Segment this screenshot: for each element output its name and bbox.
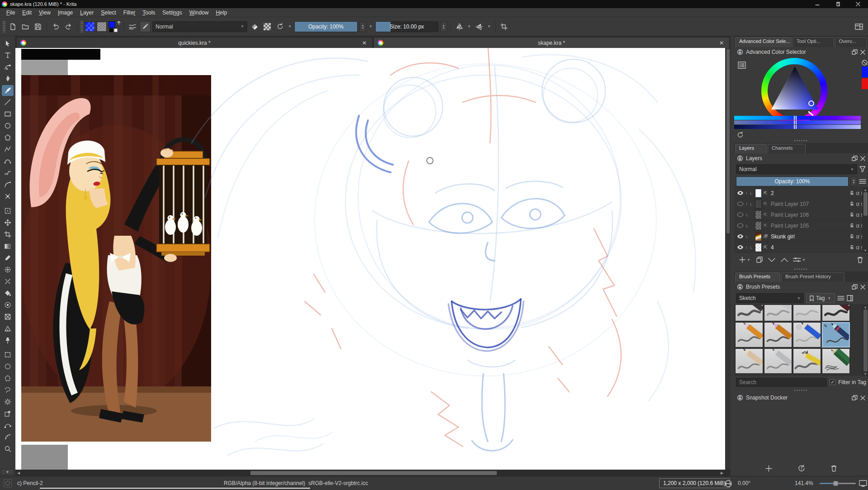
scroll-handle[interactable] (250, 471, 497, 475)
brush-preset[interactable] (822, 304, 850, 321)
alpha-lock-icon[interactable]: α (856, 211, 859, 218)
close-docker-icon[interactable] (860, 50, 865, 55)
menu-edit[interactable]: Edit (19, 9, 35, 17)
maximize-button[interactable] (827, 0, 848, 8)
filter-layers-icon[interactable] (859, 166, 866, 173)
layer-lock-icon[interactable] (849, 245, 854, 250)
tool-colorize-mask[interactable] (2, 276, 14, 287)
layer-lock-icon[interactable] (849, 190, 854, 195)
toolbar-grip[interactable] (3, 21, 5, 33)
layer-row[interactable]: I L ⇱ 2 α (734, 188, 868, 199)
layer-row[interactable]: L ⇱ Paint Layer 106 α (734, 209, 868, 220)
canvas-angle-value[interactable]: 0.00° (738, 480, 750, 486)
workspace-chooser-button[interactable] (854, 21, 864, 32)
tab-tool-options[interactable]: Tool Opti... (793, 37, 834, 47)
layer-lock-icon[interactable] (849, 223, 854, 228)
layer-lock-icon[interactable] (849, 201, 854, 206)
brush-grid-scrollbar[interactable]: ▲▼ (862, 305, 868, 376)
move-layer-up-button[interactable] (780, 257, 788, 262)
mirror-horizontal-dropdown[interactable]: ▼ (467, 24, 472, 29)
redo-button[interactable] (63, 21, 74, 32)
foreground-background-color-widget[interactable] (108, 21, 120, 32)
no-color-icon[interactable] (862, 60, 868, 66)
docker-drag-handle[interactable]: •••••• (734, 138, 868, 143)
close-docker-icon[interactable] (860, 156, 865, 161)
preserve-alpha-button[interactable] (262, 21, 273, 32)
triangle-selector-handle[interactable] (808, 100, 814, 106)
lock-docker-icon[interactable] (737, 284, 743, 290)
menu-image[interactable]: Image (54, 9, 76, 17)
brush-preset[interactable] (793, 304, 821, 321)
menu-help[interactable]: Help (212, 9, 231, 17)
tool-contiguous-selection[interactable] (2, 408, 14, 419)
docker-splitter[interactable] (731, 36, 734, 476)
tab-channels[interactable]: Channels (768, 144, 806, 153)
tool-rectangle[interactable] (2, 109, 14, 119)
tool-similar-color-selection[interactable] (2, 396, 14, 407)
brush-preset[interactable] (793, 322, 821, 347)
display-mode-icon[interactable] (847, 295, 853, 301)
zoom-slider-handle[interactable] (833, 481, 838, 486)
reload-preset-button[interactable] (274, 21, 285, 32)
recent-color-red[interactable] (862, 78, 868, 89)
brush-tag-filter-select[interactable]: Sketch▼ (736, 293, 804, 303)
close-docker-icon[interactable] (860, 395, 865, 400)
tool-measure[interactable] (2, 323, 14, 334)
float-docker-icon[interactable] (852, 156, 858, 161)
tool-ellipse[interactable] (2, 120, 14, 131)
tool-elliptical-selection[interactable] (2, 361, 14, 372)
new-document-button[interactable] (7, 21, 18, 32)
brush-preset[interactable] (735, 348, 763, 374)
duplicate-layer-button[interactable] (756, 256, 763, 263)
opacity-slider[interactable]: Opacity: 100% (294, 21, 358, 32)
alpha-lock-icon[interactable]: α (856, 190, 859, 196)
tab-layers[interactable]: Layers (735, 144, 767, 153)
float-docker-icon[interactable] (852, 395, 858, 400)
mirror-horizontal-button[interactable] (454, 21, 465, 32)
layer-opacity-slider[interactable]: Opacity: 100% (736, 176, 849, 186)
tool-calligraphy[interactable] (2, 73, 14, 84)
saturation-slider[interactable] (734, 120, 861, 124)
hue-slider[interactable] (734, 116, 861, 120)
tool-gradient[interactable] (2, 241, 14, 252)
reload-dropdown-arrow[interactable]: ▼ (287, 24, 292, 29)
value-slider[interactable] (734, 125, 861, 129)
brush-preset[interactable] (822, 348, 850, 374)
tool-polygon[interactable] (2, 132, 14, 143)
move-layer-down-button[interactable] (768, 257, 776, 262)
tool-smart-patch[interactable] (2, 264, 14, 275)
file-layer-icon[interactable]: 🗗 (764, 234, 769, 239)
alpha-lock-icon[interactable]: α (856, 200, 859, 207)
selector-settings-icon[interactable] (738, 62, 746, 69)
docker-drag-handle[interactable]: •••••• (734, 267, 868, 271)
size-spinner[interactable]: ▲▼ (440, 21, 447, 32)
layer-row[interactable]: L 🗗 Skunk girl α (734, 231, 868, 242)
opacity-spinner[interactable]: ▲▼ (359, 21, 366, 32)
tool-rectangular-selection[interactable] (2, 349, 14, 360)
layer-options-menu-icon[interactable] (859, 178, 866, 185)
brush-preset[interactable] (735, 322, 763, 347)
recent-color-blue[interactable] (862, 67, 868, 77)
tool-move[interactable] (2, 217, 14, 228)
tool-zoom[interactable] (2, 443, 14, 454)
tool-text[interactable] (2, 50, 14, 61)
save-button[interactable] (33, 21, 43, 32)
trim-canvas-button[interactable] (499, 21, 509, 32)
layer-lock-icon[interactable] (849, 234, 854, 239)
alpha-lock-icon[interactable]: α (856, 233, 859, 240)
tab-close-icon[interactable]: ✕ (360, 40, 368, 46)
toolbox-overflow-button[interactable]: ▼ (1, 469, 14, 475)
brush-preset[interactable] (735, 304, 763, 321)
opacity-dropdown-arrow[interactable]: ▼ (368, 24, 373, 29)
brush-preview-icon[interactable] (4, 479, 12, 487)
tool-magnetic-selection[interactable] (2, 432, 14, 442)
tool-bezier-selection[interactable] (2, 420, 14, 431)
layer-blending-mode-select[interactable]: Normal▼ (736, 164, 857, 174)
menu-select[interactable]: Select (97, 9, 119, 17)
delete-layer-button[interactable] (857, 256, 863, 263)
brush-search-input[interactable] (736, 378, 827, 387)
canvas-vertical-scrollbar[interactable] (725, 48, 731, 470)
tool-select-shapes[interactable] (2, 38, 14, 49)
layer-properties-button[interactable]: ▼ (793, 257, 807, 263)
tool-bezier-curve[interactable] (2, 156, 14, 167)
